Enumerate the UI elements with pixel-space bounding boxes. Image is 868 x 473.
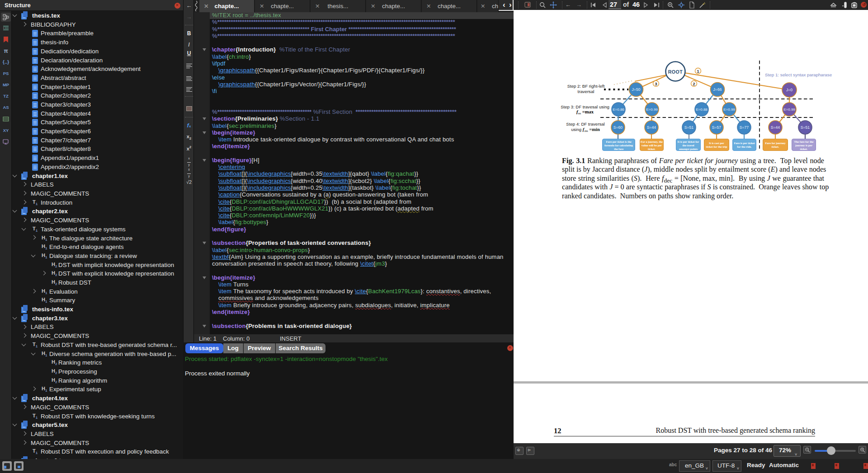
svg-text:using fdm =min: using fdm =min xyxy=(571,127,600,132)
svg-text:S=51: S=51 xyxy=(684,125,694,130)
svg-text:J=0: J=0 xyxy=(786,88,793,92)
svg-text:Step 3: DF travesal using: Step 3: DF travesal using xyxy=(561,104,609,109)
svg-text:Step 2: BF right-left: Step 2: BF right-left xyxy=(567,84,605,89)
svg-text:E=0.99: E=0.99 xyxy=(723,108,735,112)
svg-text:E=0.99: E=0.99 xyxy=(646,108,658,112)
svg-text:traversal: traversal xyxy=(578,89,594,94)
svg-text:E=0.88: E=0.88 xyxy=(696,108,708,112)
svg-text:S=57: S=57 xyxy=(712,125,722,130)
svg-text:J=66: J=66 xyxy=(713,87,722,92)
svg-text:E=0.86: E=0.86 xyxy=(613,108,624,112)
svg-text:1: 1 xyxy=(697,69,699,74)
svg-text:2: 2 xyxy=(693,82,695,86)
svg-text:S=77: S=77 xyxy=(740,125,749,130)
svg-text:J=50: J=50 xyxy=(632,87,641,92)
svg-text:S=51: S=51 xyxy=(801,125,810,130)
svg-text:S=44: S=44 xyxy=(771,125,780,130)
svg-text:Step 1: select syntax paraphar: Step 1: select syntax parapharase xyxy=(765,72,832,77)
svg-text:3: 3 xyxy=(655,82,657,86)
svg-text:fnn =max: fnn =max xyxy=(576,109,594,115)
svg-text:Step 4: DF traversal: Step 4: DF traversal xyxy=(566,122,604,126)
svg-text:E=0.99: E=0.99 xyxy=(783,108,795,112)
svg-text:S=60: S=60 xyxy=(613,125,623,130)
svg-text:S=44: S=44 xyxy=(647,125,656,130)
svg-text:ROOT: ROOT xyxy=(668,69,683,75)
